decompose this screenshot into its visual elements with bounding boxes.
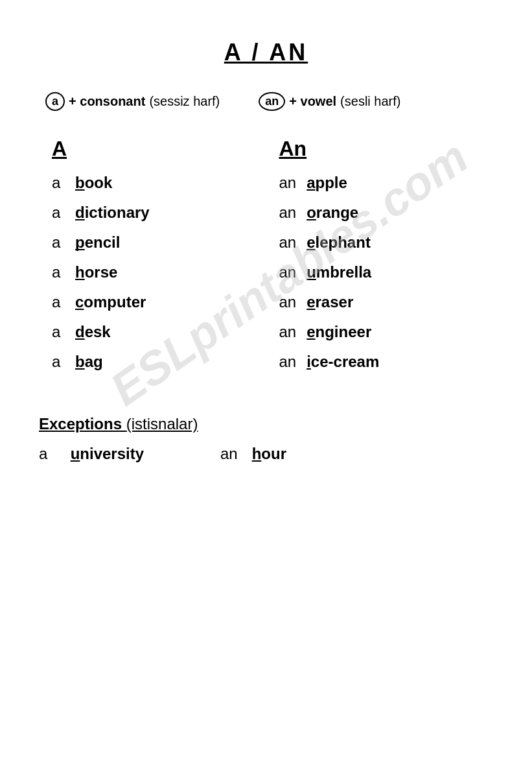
list-item: an orange xyxy=(279,204,494,222)
circled-an: an xyxy=(259,92,285,111)
rule-row: a + consonant (sessiz harf) an + vowel (… xyxy=(39,92,493,111)
list-item: an apple xyxy=(279,174,494,192)
word-apple: apple xyxy=(303,174,347,192)
rule-an: an + vowel (sesli harf) xyxy=(259,92,400,111)
list-item: a pencil xyxy=(52,233,266,252)
article-a: a xyxy=(52,353,75,371)
article-an: an xyxy=(279,263,303,281)
list-item: a computer xyxy=(52,293,266,311)
word-pencil: pencil xyxy=(75,233,120,252)
list-item: an elephant xyxy=(279,233,494,252)
columns-container: A a book a dictionary a pencil a horse a… xyxy=(39,137,493,383)
exceptions-row: a university an hour xyxy=(39,445,493,463)
article-an: an xyxy=(279,204,303,222)
article-a: a xyxy=(52,204,75,222)
rule-a-paren: (sessiz harf) xyxy=(149,94,220,109)
word-computer: computer xyxy=(75,293,146,311)
page-title: A / AN xyxy=(39,39,493,66)
article-an: an xyxy=(220,445,244,463)
list-item: an engineer xyxy=(279,323,494,341)
list-item: a book xyxy=(52,174,266,192)
article-a: a xyxy=(52,174,75,192)
word-hour: hour xyxy=(248,445,286,463)
exception-a-university: a university xyxy=(39,445,220,463)
column-an-header: An xyxy=(279,137,307,161)
article-an: an xyxy=(279,323,303,341)
column-a: A a book a dictionary a pencil a horse a… xyxy=(39,137,266,383)
exceptions-section: Exceptions (istisnalar) a university an … xyxy=(39,415,493,463)
list-item: a horse xyxy=(52,263,266,281)
list-item: a dictionary xyxy=(52,204,266,222)
exceptions-title: Exceptions (istisnalar) xyxy=(39,415,493,433)
word-elephant: elephant xyxy=(303,233,371,252)
column-an: An an apple an orange an elephant an umb… xyxy=(266,137,494,383)
article-an: an xyxy=(279,293,303,311)
word-umbrella: umbrella xyxy=(303,263,372,281)
list-item: an ice-cream xyxy=(279,353,494,371)
exceptions-subtitle-text: (istisnalar) xyxy=(126,415,198,432)
circled-a: a xyxy=(45,92,65,111)
rule-an-paren: (sesli harf) xyxy=(340,94,400,109)
article-a: a xyxy=(52,233,75,252)
article-a: a xyxy=(39,445,62,463)
list-item: an umbrella xyxy=(279,263,494,281)
word-book: book xyxy=(75,174,112,192)
word-university: university xyxy=(66,445,144,463)
word-orange: orange xyxy=(303,204,359,222)
word-dictionary: dictionary xyxy=(75,204,150,222)
rule-a: a + consonant (sessiz harf) xyxy=(45,92,220,111)
exceptions-label: Exceptions xyxy=(39,415,122,432)
rule-an-connector: + vowel xyxy=(289,94,336,109)
article-an: an xyxy=(279,233,303,252)
article-a: a xyxy=(52,293,75,311)
word-ice-cream: ice-cream xyxy=(303,353,380,371)
exception-an-hour: an hour xyxy=(220,445,402,463)
article-an: an xyxy=(279,174,303,192)
list-item: a bag xyxy=(52,353,266,371)
word-bag: bag xyxy=(75,353,103,371)
word-engineer: engineer xyxy=(303,323,372,341)
column-a-header: A xyxy=(52,137,67,161)
word-eraser: eraser xyxy=(303,293,354,311)
article-an: an xyxy=(279,353,303,371)
rule-a-connector: + consonant xyxy=(69,94,145,109)
word-horse: horse xyxy=(75,263,117,281)
list-item: a desk xyxy=(52,323,266,341)
word-desk: desk xyxy=(75,323,111,341)
article-a: a xyxy=(52,323,75,341)
list-item: an eraser xyxy=(279,293,494,311)
article-a: a xyxy=(52,263,75,281)
